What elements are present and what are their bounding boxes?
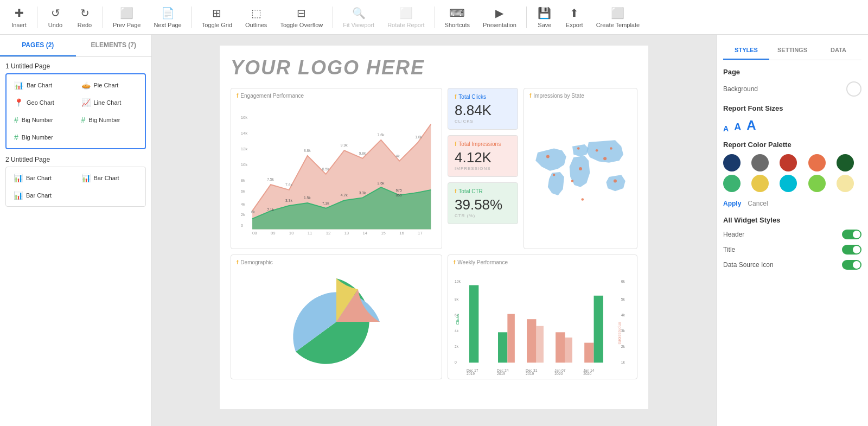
svg-rect-63	[498, 332, 507, 363]
engagement-widget[interactable]: f Engagement Performance 16k 14k 12k 10k…	[231, 88, 442, 249]
total-clicks-widget[interactable]: f Total Clicks 8.84K CLICKS	[448, 88, 518, 130]
page2-label: 2 Untitled Page	[5, 156, 146, 163]
total-ctr-value: 39.58%	[455, 196, 511, 213]
svg-text:10k: 10k	[241, 162, 248, 167]
tab-elements[interactable]: ELEMENTS (7)	[76, 35, 152, 56]
outlines-button[interactable]: ⬚ Outlines	[240, 3, 272, 31]
font-sizes-title: Report Font Sizes	[723, 104, 861, 112]
save-button[interactable]: 💾 Save	[531, 3, 558, 31]
palette-color-6[interactable]	[723, 175, 741, 192]
svg-point-44	[603, 157, 607, 160]
presentation-icon: ▶	[495, 7, 503, 20]
total-impressions-widget[interactable]: f Total Impressions 4.12K IMPRESSIONS	[448, 135, 518, 177]
p2-bar-chart-icon-2: 📊	[81, 174, 91, 182]
right-panel: STYLES SETTINGS DATA Page Background Rep…	[716, 35, 868, 426]
svg-text:2019: 2019	[497, 372, 505, 376]
p2-bar-chart-icon-1: 📊	[14, 174, 23, 182]
big-number-icon-1: #	[14, 116, 18, 124]
next-page-button[interactable]: 📄 Next Page	[148, 3, 187, 31]
palette-color-1[interactable]	[723, 154, 741, 171]
font-size-large[interactable]: A	[746, 118, 756, 133]
tab-data[interactable]: DATA	[815, 41, 861, 60]
shortcuts-button[interactable]: ⌨ Shortcuts	[439, 3, 475, 31]
svg-text:855: 855	[395, 193, 402, 197]
undo-button[interactable]: ↺ Undo	[42, 3, 69, 31]
palette-color-2[interactable]	[751, 154, 769, 171]
page2-bar-chart-1[interactable]: 📊 Bar Chart	[9, 170, 75, 186]
page2-items-grid: 📊 Bar Chart 📊 Bar Chart 📊 Bar Chart	[5, 167, 146, 207]
p2-bar-chart-icon-3: 📊	[14, 191, 23, 200]
export-icon: ⬆	[570, 7, 579, 20]
export-button[interactable]: ⬆ Export	[560, 3, 589, 31]
palette-color-4[interactable]	[808, 154, 826, 171]
page1-geo-chart[interactable]: 📍 Geo Chart	[10, 95, 75, 110]
shortcuts-icon: ⌨	[449, 7, 465, 20]
geo-widget[interactable]: f Impressions by State	[524, 88, 637, 249]
weekly-widget[interactable]: f Weekly Performance 10k 8k 6k 4k 2k 0 C…	[448, 255, 637, 379]
page1-items-grid: 📊 Bar Chart 🥧 Pie Chart 📍 Geo Chart 📈 Li…	[5, 73, 146, 149]
svg-text:15: 15	[381, 231, 386, 236]
widget-styles-title: All Widget Styles	[723, 216, 861, 224]
svg-point-41	[579, 167, 582, 170]
palette-color-8[interactable]	[780, 175, 797, 192]
font-size-small[interactable]: A	[723, 124, 729, 133]
create-template-button[interactable]: ⬜ Create Template	[591, 3, 646, 31]
toolbar: ✚ Insert ↺ Undo ↻ Redo ⬜ Prev Page 📄 Nex…	[0, 0, 868, 35]
palette-color-7[interactable]	[751, 175, 769, 192]
cancel-button[interactable]: Cancel	[748, 200, 768, 207]
total-ctr-widget[interactable]: f Total CTR 39.58% CTR (%)	[448, 182, 518, 224]
header-toggle[interactable]	[842, 230, 861, 239]
tab-pages[interactable]: PAGES (2)	[0, 35, 76, 56]
tab-styles[interactable]: STYLES	[723, 41, 769, 60]
palette-color-5[interactable]	[837, 154, 854, 171]
apply-button[interactable]: Apply	[723, 200, 741, 207]
toggle-overflow-button[interactable]: ⊟ Toggle Overflow	[275, 3, 328, 31]
svg-text:14k: 14k	[241, 131, 248, 136]
page1-pie-chart[interactable]: 🥧 Pie Chart	[77, 78, 142, 93]
svg-text:17: 17	[418, 231, 423, 236]
svg-text:2k: 2k	[621, 345, 626, 348]
palette-color-3[interactable]	[780, 154, 797, 171]
palette-color-10[interactable]	[837, 175, 854, 192]
divider4	[333, 7, 333, 28]
svg-text:4.7k: 4.7k	[341, 193, 348, 197]
title-toggle[interactable]	[842, 245, 861, 255]
background-color-picker[interactable]	[846, 81, 861, 97]
demographic-widget[interactable]: f Demographic	[231, 255, 442, 379]
widget-row-1: f Engagement Performance 16k 14k 12k 10k…	[231, 88, 637, 249]
svg-text:8.8k: 8.8k	[304, 149, 311, 152]
presentation-button[interactable]: ▶ Presentation	[477, 3, 522, 31]
svg-rect-67	[556, 332, 565, 363]
svg-point-46	[571, 180, 574, 182]
svg-point-39	[553, 174, 556, 176]
weekly-chart: 10k 8k 6k 4k 2k 0 Clicks 6k 5k 4k 3k 2k …	[454, 268, 631, 376]
svg-text:09: 09	[271, 231, 276, 236]
palette-color-9[interactable]	[808, 175, 826, 192]
data-source-icon-toggle[interactable]	[842, 260, 861, 270]
center-canvas[interactable]: YOUR LOGO HERE f Engagement Performance …	[152, 35, 716, 426]
title-label: Title	[723, 246, 735, 253]
weekly-title: f Weekly Performance	[454, 259, 631, 265]
page1-big-number-1[interactable]: # Big Number	[10, 112, 75, 128]
big-number-icon-2: #	[81, 116, 86, 124]
canvas-page: YOUR LOGO HERE f Engagement Performance …	[220, 46, 648, 409]
data-source-icon-toggle-row: Data Source Icon	[723, 260, 861, 270]
rotate-report-button[interactable]: ⬜ Rotate Report	[382, 3, 430, 31]
background-row: Background	[723, 81, 861, 97]
main-layout: PAGES (2) ELEMENTS (7) 1 Untitled Page 📊…	[0, 35, 868, 426]
insert-button[interactable]: ✚ Insert	[5, 3, 33, 31]
tab-settings[interactable]: SETTINGS	[769, 41, 815, 60]
toggle-grid-button[interactable]: ⊞ Toggle Grid	[196, 3, 238, 31]
page2-bar-chart-2[interactable]: 📊 Bar Chart	[77, 170, 143, 186]
page1-bar-chart[interactable]: 📊 Bar Chart	[10, 78, 75, 93]
font-size-medium[interactable]: A	[734, 122, 741, 133]
page1-line-chart[interactable]: 📈 Line Chart	[77, 95, 142, 110]
prev-page-button[interactable]: ⬜ Prev Page	[107, 3, 146, 31]
redo-button[interactable]: ↻ Redo	[71, 3, 98, 31]
page1-big-number-2[interactable]: # Big Number	[77, 112, 142, 128]
svg-text:3.3k: 3.3k	[285, 199, 292, 202]
fit-viewport-button[interactable]: 🔍 Fit Viewport	[337, 3, 380, 31]
svg-text:3.3k: 3.3k	[359, 191, 366, 195]
page1-big-number-3[interactable]: # Big Number	[10, 130, 75, 145]
page2-bar-chart-3[interactable]: 📊 Bar Chart	[9, 188, 75, 203]
